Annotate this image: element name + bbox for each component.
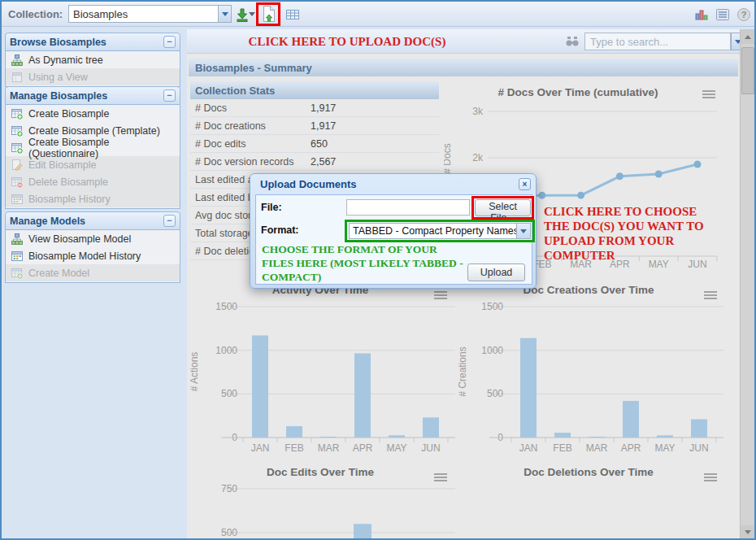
svg-text:JAN: JAN: [251, 442, 270, 454]
chart-menu-icon[interactable]: [704, 292, 717, 298]
sidebar-item-create-biosample-questionnaire[interactable]: Create Biosample (Questionnaire): [6, 139, 180, 156]
collapse-icon[interactable]: [163, 89, 176, 102]
sidebar-item-biosample-model-history[interactable]: Biosample Model History: [6, 247, 180, 264]
search-input[interactable]: [584, 33, 731, 50]
svg-text:APR: APR: [353, 442, 373, 454]
history-icon: [11, 250, 24, 263]
collection-stats-title: Collection Stats: [195, 85, 275, 97]
svg-text:FEB: FEB: [553, 442, 571, 454]
collapse-icon[interactable]: [163, 36, 176, 48]
chevron-down-icon: [222, 12, 228, 20]
sidebar-item-view-biosample-model[interactable]: View Biosample Model: [6, 230, 180, 247]
download-icon: [234, 7, 250, 23]
stats-row: # Doc version records2,567: [190, 153, 439, 171]
chart-icon: [694, 8, 709, 21]
collection-combobox[interactable]: Biosamples: [68, 5, 232, 23]
upload-hint-annotation: CLICK HERE TO UPLOAD DOC(S): [245, 35, 449, 49]
chart-doc-deletions-over-time: JANFEBMARAPRMAYJUNDoc Deletions Over Tim…: [458, 459, 727, 540]
chart-title: # Docs Over Time (cumulative): [497, 86, 658, 98]
chart-menu-icon[interactable]: [434, 474, 447, 481]
collapse-icon[interactable]: [163, 215, 176, 227]
svg-text:750: 750: [221, 483, 237, 494]
edit-icon: [11, 159, 24, 172]
stat-value: 650: [311, 138, 328, 150]
svg-text:1500: 1500: [215, 301, 237, 312]
help-icon: ?: [736, 7, 751, 22]
upload-highlight-box: [256, 2, 280, 26]
sidebar-item-label: Edit Biosample: [28, 159, 96, 171]
scrollbar-thumb[interactable]: [741, 47, 754, 94]
panel-title: Manage Models: [10, 216, 85, 227]
scroll-up-button[interactable]: [741, 29, 755, 44]
svg-text:JAN: JAN: [519, 442, 538, 454]
scroll-down-button[interactable]: [741, 525, 755, 540]
summary-header: Biosamples - Summary: [189, 59, 738, 76]
upload-button[interactable]: Upload: [467, 263, 525, 281]
svg-text:# Creations: # Creations: [458, 346, 468, 396]
panel-title: Manage Biosamples: [10, 90, 107, 102]
search-icon: [565, 36, 580, 47]
svg-text:APR: APR: [621, 442, 641, 454]
svg-text:MAY: MAY: [654, 442, 675, 454]
search-dropdown-trigger[interactable]: [731, 33, 740, 50]
svg-text:?: ?: [741, 10, 747, 20]
svg-text:JUN: JUN: [421, 442, 440, 454]
download-menu-caret-icon[interactable]: [249, 12, 255, 20]
panel-header-browse-biosamples[interactable]: Browse Biosamples: [5, 33, 180, 51]
collection-label: Collection:: [8, 8, 63, 20]
chart-doc-creations-over-time: 050010001500JANFEBMARAPRMAYJUNDoc Creati…: [458, 281, 727, 463]
sidebar-item-label: As Dynamic tree: [28, 54, 103, 66]
tree-icon: [11, 54, 24, 67]
stats-row: # Doc edits650: [190, 135, 439, 153]
tree-icon: [11, 233, 24, 246]
panel-body-browse-biosamples: As Dynamic tree Using a View: [5, 51, 180, 87]
grid-view-icon: [285, 8, 300, 21]
sidebar-item-label: Create Biosample (Questionnaire): [28, 137, 180, 159]
sidebar-item-label: Using a View: [28, 72, 88, 83]
chart-activity-over-time: 050010001500JANFEBMARAPRMAYJUNActivity O…: [190, 281, 458, 463]
sidebar-item-using-a-view[interactable]: Using a View: [6, 68, 180, 85]
stats-row: # Docs1,917: [190, 99, 439, 117]
chart-title: Doc Edits Over Time: [267, 466, 374, 478]
panel-header-manage-biosamples[interactable]: Manage Biosamples: [5, 86, 180, 105]
sidebar-item-as-dynamic-tree[interactable]: As Dynamic tree: [6, 51, 180, 68]
file-input[interactable]: [346, 199, 470, 216]
upload-documents-dialog: Upload Documents File: Select File... Fo…: [250, 173, 537, 289]
sidebar-item-create-model[interactable]: Create Model: [6, 264, 180, 281]
svg-text:2k: 2k: [472, 152, 484, 163]
charts-view-button[interactable]: [692, 5, 711, 24]
chart-menu-icon[interactable]: [704, 474, 717, 481]
view-icon: [11, 71, 24, 84]
chart-title: Doc Deletions Over Time: [524, 466, 654, 478]
stat-value: 1,917: [311, 102, 336, 114]
stat-label: # Doc version records: [190, 156, 311, 168]
stat-label: # Doc creations: [190, 120, 311, 132]
select-file-highlight-box: [471, 196, 534, 220]
close-icon[interactable]: [519, 178, 531, 190]
sidebar-item-label: Delete Biosample: [28, 176, 108, 188]
collection-value[interactable]: Biosamples: [68, 5, 218, 23]
sidebar-item-label: View Biosample Model: [28, 233, 131, 245]
panel-header-manage-models[interactable]: Manage Models: [5, 211, 180, 230]
stat-label: # Doc edits: [190, 138, 311, 150]
sidebar-item-label: Create Model: [28, 268, 89, 279]
sidebar: Browse Biosamples As Dynamic tree Using …: [2, 29, 184, 540]
chart-doc-edits-over-time: 500750JANFEBMARAPRMAYJUNDoc Edits Over T…: [190, 459, 458, 540]
svg-text:500: 500: [221, 527, 237, 538]
collection-dropdown-trigger[interactable]: [218, 5, 232, 23]
svg-text:1000: 1000: [481, 345, 503, 356]
list-view-button[interactable]: [713, 5, 732, 24]
grid-view-button[interactable]: [283, 5, 302, 24]
sidebar-item-label: Biosample History: [28, 194, 111, 205]
list-view-icon: [715, 8, 730, 21]
sidebar-item-create-biosample[interactable]: Create Biosample: [6, 105, 180, 122]
svg-text:1500: 1500: [481, 301, 503, 312]
sidebar-item-biosample-history[interactable]: Biosample History: [6, 190, 180, 207]
chart-menu-icon[interactable]: [434, 292, 447, 298]
vertical-scrollbar[interactable]: [740, 29, 754, 540]
arrow-down-icon: [745, 530, 751, 538]
sidebar-item-delete-biosample[interactable]: Delete Biosample: [6, 173, 180, 190]
chart-menu-icon[interactable]: [702, 91, 715, 98]
svg-text:MAR: MAR: [318, 442, 340, 454]
help-button[interactable]: ?: [734, 5, 754, 24]
